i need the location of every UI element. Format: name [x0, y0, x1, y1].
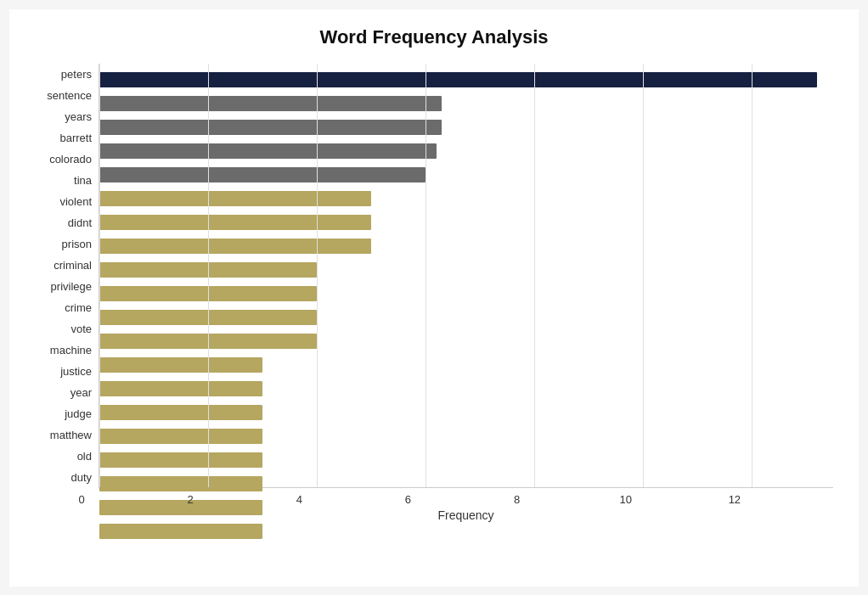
bar — [99, 524, 262, 539]
y-label: judge — [65, 408, 92, 419]
chart-container: Word Frequency Analysis peterssentenceye… — [9, 9, 859, 587]
bar — [99, 381, 262, 396]
x-tick: 10 — [609, 493, 643, 506]
y-label: crime — [65, 302, 92, 313]
y-label: vote — [70, 323, 92, 334]
bar-row — [99, 262, 833, 278]
y-label: old — [77, 451, 92, 462]
grid-line — [752, 64, 752, 487]
x-axis: 024681012 — [99, 488, 833, 505]
grid-line — [643, 64, 644, 487]
y-label: barrett — [59, 132, 92, 143]
y-label: duty — [70, 472, 92, 483]
x-tick: 6 — [391, 493, 425, 506]
bar — [99, 357, 262, 373]
x-tick: 2 — [173, 493, 207, 506]
bar-row — [99, 452, 833, 468]
y-label: privilege — [51, 281, 92, 292]
y-label: peters — [61, 69, 92, 80]
bar-row — [99, 120, 833, 135]
bar-row — [99, 381, 833, 396]
bar-row — [99, 96, 833, 111]
x-tick: 8 — [500, 493, 534, 506]
bar-row — [99, 310, 833, 325]
y-label: criminal — [54, 260, 92, 271]
grid-line — [99, 64, 100, 487]
y-label: colorado — [49, 154, 92, 165]
y-labels: peterssentenceyearsbarrettcoloradotinavi… — [35, 64, 99, 488]
y-label: justice — [60, 366, 92, 377]
y-label: didnt — [68, 217, 92, 228]
bar — [99, 143, 437, 159]
y-label: tina — [74, 175, 92, 186]
bar — [99, 452, 262, 468]
bar-row — [99, 334, 833, 349]
y-label: machine — [50, 345, 92, 356]
bar-row — [99, 215, 833, 230]
bar — [99, 72, 817, 87]
bar-row — [99, 167, 833, 182]
bar — [99, 405, 262, 420]
bar-row — [99, 239, 833, 254]
bar-row — [99, 429, 833, 444]
grid-line — [317, 64, 318, 487]
grid-line — [534, 64, 535, 487]
y-label: years — [65, 111, 92, 122]
bar-row — [99, 357, 833, 373]
bar — [99, 96, 442, 111]
x-tick: 0 — [65, 493, 99, 506]
bar — [99, 191, 371, 206]
y-label: prison — [62, 239, 92, 250]
bars-area — [99, 64, 833, 488]
bar-row — [99, 143, 833, 159]
y-label: violent — [59, 196, 92, 207]
y-label: year — [70, 387, 92, 398]
y-label: sentence — [47, 90, 92, 101]
bar — [99, 239, 371, 254]
bar — [99, 167, 426, 182]
bars-and-xaxis: 024681012 Frequency — [99, 64, 833, 522]
grid-line — [426, 64, 426, 487]
bar-row — [99, 405, 833, 420]
y-label: matthew — [50, 429, 92, 441]
bar — [99, 215, 371, 230]
bar-row — [99, 286, 833, 301]
bar-row — [99, 191, 833, 206]
x-tick: 12 — [718, 493, 752, 506]
bar-row — [99, 72, 833, 87]
chart-title: Word Frequency Analysis — [35, 26, 833, 48]
bar-row — [99, 524, 833, 539]
bar — [99, 120, 442, 135]
grid-line — [208, 64, 209, 487]
bar — [99, 429, 262, 444]
x-tick: 4 — [282, 493, 316, 506]
chart-area: peterssentenceyearsbarrettcoloradotinavi… — [35, 64, 833, 522]
